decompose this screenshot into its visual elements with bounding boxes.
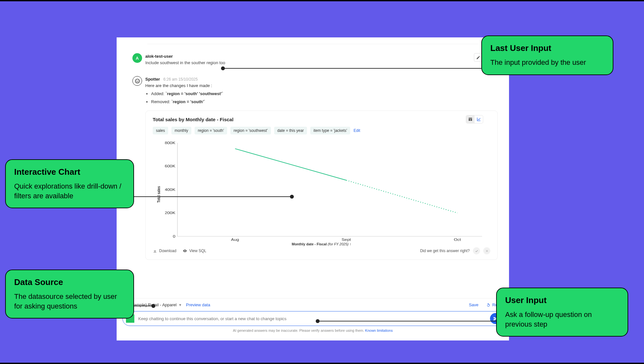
chart-view-button[interactable] [475,115,483,123]
pill-sales[interactable]: sales [153,127,168,134]
change-added: Added: `region = 'south' 'southwest'` [151,91,498,96]
pencil-icon [476,55,480,60]
chat-scroll-area: A alok-test-user Include southwest in th… [117,37,509,299]
pill-date[interactable]: date = this year [274,127,307,134]
download-icon [153,249,157,253]
svg-text:200K: 200K [165,211,175,215]
annotation-chart: Interactive ChartQuick explorations like… [5,159,134,208]
svg-text:400K: 400K [165,188,175,192]
pill-region-southwest[interactable]: region = 'southwest' [230,127,271,134]
svg-text:600K: 600K [165,164,175,168]
chat-input[interactable] [138,316,487,321]
preview-data-link[interactable]: Preview data [186,302,210,307]
chart-y-axis-label: Total sales [157,186,161,203]
chart-title: Total sales by Monthly date - Fiscal [153,117,490,122]
svg-point-0 [135,79,139,83]
query-pills: sales monthly region = 'south' region = … [153,127,490,134]
chart-x-axis-label: Monthly date - Fiscal [292,242,328,246]
save-button[interactable]: Save [469,302,478,307]
svg-text:0: 0 [173,234,175,238]
feedback-yes-button[interactable] [473,247,480,254]
change-removed: Removed: `region = 'south'` [151,99,498,104]
user-avatar: A [132,53,142,63]
viz-toggle-group [466,115,483,123]
svg-text:800K: 800K [165,141,175,145]
svg-text:Aug: Aug [231,238,239,241]
answer-chart-card: Total sales by Monthly date - Fiscal sal… [145,111,498,260]
annotation-last-input: Last User InputThe input provided by the… [481,35,613,75]
bot-response-text: Here are the changes I have made : Added… [145,83,498,104]
composer-bar: (Sample) Retail - Apparel ▾ Preview data… [117,298,509,340]
check-icon [475,249,478,253]
pill-monthly[interactable]: monthly [171,127,191,134]
known-limitations-link[interactable]: Known limitations [365,329,393,332]
disclaimer-text: AI generated answers may be inaccurate. … [117,329,509,332]
user-message: A alok-test-user Include southwest in th… [128,53,498,65]
feedback-no-button[interactable] [483,247,490,254]
annotation-user-input: User InputAsk a follow-up question on pr… [496,288,628,337]
close-icon [485,249,489,253]
eye-icon [183,249,187,253]
pill-region-south[interactable]: region = 'south' [195,127,227,134]
svg-text:Sept: Sept [341,238,351,241]
table-icon [468,117,473,122]
download-button[interactable]: Download [153,249,176,253]
chart-plot-area[interactable]: 0200K400K600K800K AugSeptOct Total sales… [153,140,490,243]
table-view-button[interactable] [466,115,475,123]
annotation-data-source: Data SourceThe datasource selected by us… [5,270,134,319]
feedback-prompt: Did we get this answer right? [420,249,470,253]
chat-input-container: A [122,311,503,326]
line-chart-icon [476,117,481,122]
chevron-down-icon[interactable]: ▾ [179,302,181,307]
reset-icon [486,303,491,307]
bot-name: Spotter [145,77,160,82]
svg-point-2 [138,80,138,81]
svg-text:Oct: Oct [454,238,461,241]
user-message-text: Include southwest in the souther region … [145,60,498,65]
user-name: alok-test-user [145,54,173,59]
spotter-icon [135,78,140,84]
bot-avatar [132,76,142,86]
svg-point-1 [136,80,137,81]
pill-itemtype[interactable]: item type = 'jackets' [310,127,350,134]
conversation-panel: A alok-test-user Include southwest in th… [117,37,509,340]
bot-message: Spotter 6:26 am 15/10/2025 Here are the … [128,76,498,104]
view-sql-button[interactable]: View SQL [183,249,206,253]
bot-timestamp: 6:26 am 15/10/2025 [163,77,198,82]
edit-query-link[interactable]: Edit [353,128,360,133]
